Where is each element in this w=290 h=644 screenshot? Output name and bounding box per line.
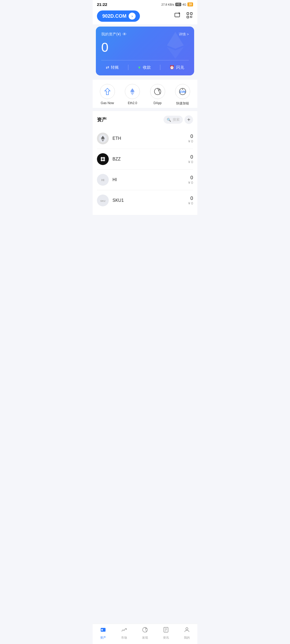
bzz-amount: 0 xyxy=(188,154,193,160)
search-placeholder: 搜索 xyxy=(173,117,180,122)
news-nav-icon xyxy=(163,627,169,635)
nav-item-discover[interactable]: 发现 xyxy=(142,627,148,640)
svg-point-18 xyxy=(159,89,160,90)
search-input-wrap[interactable]: 🔍 搜索 xyxy=(164,116,183,124)
svg-point-16 xyxy=(154,88,161,95)
asset-list: ETH 0 ¥ 0 BZZ 0 ¥ 0 xyxy=(97,128,193,211)
discover-nav-label: 发现 xyxy=(142,636,148,640)
header: 902D.COM › xyxy=(93,8,197,24)
sku1-coin-icon: SKU xyxy=(97,195,109,206)
bzz-value: 0 ¥ 0 xyxy=(188,154,193,164)
quick-menu: Gas Now Eth2.0 DApp EVM xyxy=(93,80,197,108)
dapp-icon xyxy=(150,84,165,99)
assets-section: 资产 🔍 搜索 + ETH 0 ¥ 0 xyxy=(93,111,197,215)
mine-nav-label: 我的 xyxy=(184,636,190,640)
market-nav-label: 市场 xyxy=(121,636,127,640)
logo-arrow: › xyxy=(129,13,136,20)
svg-point-39 xyxy=(146,628,147,629)
logo-text: 902D.COM xyxy=(102,13,126,19)
eth-name: ETH xyxy=(113,136,188,141)
hi-name: HI xyxy=(113,177,188,182)
hd-badge: HD xyxy=(175,3,181,6)
eye-icon[interactable]: 👁 xyxy=(122,32,127,37)
status-icons: 27.8 KB/s HD 4G 18 xyxy=(161,2,193,6)
sku1-name: SKU1 xyxy=(113,198,188,203)
quick-item-quick-chain[interactable]: EVM 快捷加链 xyxy=(175,84,190,106)
detail-link[interactable]: 详情 > xyxy=(179,32,189,37)
eth-cny: ¥ 0 xyxy=(188,139,193,143)
search-box: 🔍 搜索 + xyxy=(164,115,193,124)
bzz-name: BZZ xyxy=(113,157,188,162)
divider-1 xyxy=(128,65,128,70)
receive-icon: ▼ xyxy=(137,65,142,70)
eth-value: 0 ¥ 0 xyxy=(188,134,193,143)
bottom-nav: 资产 市场 发现 xyxy=(93,624,197,644)
receive-button[interactable]: ▼ 收款 xyxy=(137,65,151,70)
dapp-label: DApp xyxy=(154,101,162,105)
flash-swap-icon: ⏰ xyxy=(169,65,175,70)
quick-chain-label: 快捷加链 xyxy=(176,101,189,106)
gas-now-label: Gas Now xyxy=(101,101,114,105)
bzz-cny: ¥ 0 xyxy=(188,160,193,164)
battery-icon: 18 xyxy=(187,2,193,6)
eth2-label: Eth2.0 xyxy=(128,101,137,105)
search-icon: 🔍 xyxy=(167,118,171,122)
bzz-coin-icon xyxy=(97,153,109,165)
gas-now-icon xyxy=(100,84,115,99)
svg-rect-3 xyxy=(187,13,189,14)
assets-header: 资产 🔍 搜索 + xyxy=(97,115,193,124)
svg-marker-12 xyxy=(105,88,110,95)
transfer-icon: ⇄ xyxy=(106,65,109,70)
asset-card: 我的资产(¥) 👁 详情 > 0 ⇄ 转账 ▼ 收款 ⏰ 闪兑 xyxy=(96,27,194,75)
add-wallet-icon[interactable] xyxy=(174,12,181,20)
quick-chain-icon: EVM xyxy=(175,84,190,99)
hi-amount: 0 xyxy=(188,175,193,181)
eth-coin-icon xyxy=(97,133,109,144)
svg-point-30 xyxy=(102,158,104,160)
svg-text:HI: HI xyxy=(102,178,104,182)
assets-nav-icon xyxy=(100,627,106,635)
status-bar: 21:22 27.8 KB/s HD 4G 18 xyxy=(93,0,197,8)
nav-item-assets[interactable]: 资产 xyxy=(100,627,106,640)
nav-item-mine[interactable]: 我的 xyxy=(184,627,190,640)
assets-nav-label: 资产 xyxy=(100,636,106,640)
eth2-icon xyxy=(125,84,140,99)
hi-coin-icon: HI xyxy=(97,174,109,186)
quick-item-dapp[interactable]: DApp xyxy=(150,84,165,106)
hi-value: 0 ¥ 0 xyxy=(188,175,193,185)
sku1-cny: ¥ 0 xyxy=(188,201,193,205)
quick-item-eth2[interactable]: Eth2.0 xyxy=(125,84,140,106)
header-icons xyxy=(174,12,193,20)
table-row[interactable]: HI HI 0 ¥ 0 xyxy=(97,170,193,190)
flash-swap-button[interactable]: ⏰ 闪兑 xyxy=(169,65,184,70)
sku1-value: 0 ¥ 0 xyxy=(188,196,193,205)
sku1-amount: 0 xyxy=(188,196,193,201)
svg-point-44 xyxy=(186,628,188,630)
transfer-button[interactable]: ⇄ 转账 xyxy=(106,65,119,70)
scan-icon[interactable] xyxy=(186,12,193,20)
status-time: 21:22 xyxy=(97,2,107,7)
table-row[interactable]: SKU SKU1 0 ¥ 0 xyxy=(97,190,193,211)
market-nav-icon xyxy=(121,627,127,635)
nav-item-market[interactable]: 市场 xyxy=(121,627,127,640)
quick-item-gas-now[interactable]: Gas Now xyxy=(100,84,115,106)
divider-2 xyxy=(160,65,160,70)
eth-amount: 0 xyxy=(188,134,193,139)
mine-nav-icon xyxy=(184,627,190,635)
assets-title: 资产 xyxy=(97,116,107,123)
svg-marker-14 xyxy=(130,88,135,93)
svg-text:EVM: EVM xyxy=(180,90,186,93)
hi-cny: ¥ 0 xyxy=(188,181,193,185)
signal-icon: 4G xyxy=(182,3,186,6)
asset-label: 我的资产(¥) 👁 xyxy=(101,32,127,37)
svg-text:SKU: SKU xyxy=(100,200,105,202)
table-row[interactable]: ETH 0 ¥ 0 xyxy=(97,128,193,149)
table-row[interactable]: BZZ 0 ¥ 0 xyxy=(97,149,193,170)
logo-button[interactable]: 902D.COM › xyxy=(97,10,140,22)
asset-actions: ⇄ 转账 ▼ 收款 ⏰ 闪兑 xyxy=(101,60,189,70)
add-asset-button[interactable]: + xyxy=(184,115,193,124)
discover-nav-icon xyxy=(142,627,148,635)
svg-rect-5 xyxy=(187,16,189,18)
svg-rect-4 xyxy=(190,13,192,14)
nav-item-news[interactable]: 资讯 xyxy=(163,627,169,640)
